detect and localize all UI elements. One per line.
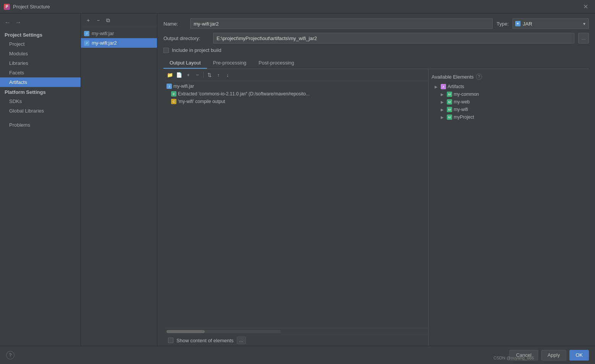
project-settings-header: Project Settings xyxy=(0,30,81,39)
sidebar-item-sdks[interactable]: SDKs xyxy=(0,97,81,106)
show-content-checkbox[interactable] xyxy=(168,338,173,343)
platform-settings-header: Platform Settings xyxy=(0,87,81,97)
artifact-list-toolbar: + − ⧉ xyxy=(81,14,157,27)
jar2-icon: J xyxy=(84,40,89,46)
type-select-arrow: ▼ xyxy=(582,22,586,26)
forward-button[interactable]: → xyxy=(14,18,23,27)
artifact-item-jar[interactable]: J my-wifi:jar xyxy=(81,29,157,38)
extract-icon: E xyxy=(171,91,176,97)
toolbar-sort-btn[interactable]: ⇅ xyxy=(205,71,213,79)
toolbar-add-btn[interactable]: + xyxy=(184,71,192,79)
type-select-text: JAR xyxy=(523,21,580,27)
artifact-list-panel: + − ⧉ J my-wifi:jar J my-wifi:jar2 xyxy=(81,14,157,346)
toolbar-folder-btn[interactable]: 📁 xyxy=(166,71,174,79)
sidebar: ← → Project Settings Project Modules Lib… xyxy=(0,14,81,346)
main-layout: ← → Project Settings Project Modules Lib… xyxy=(0,14,595,346)
footer-right: Cancel Apply OK xyxy=(509,350,589,361)
name-input[interactable] xyxy=(190,18,493,29)
horizontal-scrollbar[interactable] xyxy=(167,330,281,333)
tab-output-layout[interactable]: Output Layout xyxy=(163,58,207,69)
back-button[interactable]: ← xyxy=(3,18,12,27)
avail-item-my-wifi[interactable]: ▶ M my-wifi xyxy=(432,106,586,113)
scrollbar-thumb[interactable] xyxy=(167,330,205,333)
copy-artifact-button[interactable]: ⧉ xyxy=(104,16,112,24)
my-wifi-icon: M xyxy=(447,107,452,112)
myProject-icon: M xyxy=(447,114,452,120)
help-button[interactable]: ? xyxy=(6,351,15,359)
name-label: Name: xyxy=(163,21,186,27)
tab-post-processing[interactable]: Post-processing xyxy=(252,58,300,69)
tab-pre-processing[interactable]: Pre-processing xyxy=(207,58,252,69)
close-button[interactable]: ✕ xyxy=(580,2,591,12)
bottom-bar: Show content of elements ... xyxy=(163,335,428,346)
app-icon: P xyxy=(4,4,10,10)
left-panel: 📁 📄 + − ⇅ ↑ ↓ J my-wifi.jar xyxy=(163,69,428,346)
footer-left: ? xyxy=(6,351,15,359)
cancel-button[interactable]: Cancel xyxy=(509,350,538,361)
available-elements-header: Available Elements ? xyxy=(432,72,586,83)
left-toolbar: 📁 📄 + − ⇅ ↑ ↓ xyxy=(163,69,428,81)
sidebar-item-problems[interactable]: Problems xyxy=(0,120,81,130)
toolbar-up-btn[interactable]: ↑ xyxy=(214,71,223,79)
apply-button[interactable]: Apply xyxy=(541,350,567,361)
footer: ? Cancel Apply OK xyxy=(0,346,595,364)
show-content-label: Show content of elements xyxy=(176,338,234,343)
artifacts-chevron: ▶ xyxy=(435,85,439,89)
output-dir-row: Output directory: … xyxy=(163,33,589,43)
add-artifact-button[interactable]: + xyxy=(84,16,92,24)
window-title: Project Structure xyxy=(13,4,50,10)
toolbar-sep xyxy=(203,72,204,78)
show-content-settings-button[interactable]: ... xyxy=(237,337,246,344)
avail-item-my-common[interactable]: ▶ M my-common xyxy=(432,90,586,98)
sidebar-item-project[interactable]: Project xyxy=(0,39,81,49)
root-jar-icon: J xyxy=(167,84,172,89)
tree-item-extracted[interactable]: E Extracted 'commons-io-2.11.0.jar/' (D:… xyxy=(163,90,428,98)
sidebar-item-libraries[interactable]: Libraries xyxy=(0,58,81,68)
scrollbar-container xyxy=(163,328,428,335)
jar-icon: J xyxy=(84,31,89,36)
sidebar-item-artifacts[interactable]: Artifacts xyxy=(0,77,81,87)
avail-item-myProject[interactable]: ▶ M myProject xyxy=(432,113,586,121)
include-label: Include in project build xyxy=(172,47,221,53)
output-dir-input[interactable] xyxy=(213,33,574,43)
avail-item-artifacts[interactable]: ▶ A Artifacts xyxy=(432,83,586,90)
include-checkbox[interactable] xyxy=(163,48,169,53)
available-help-icon[interactable]: ? xyxy=(476,74,482,80)
right-panel: Available Elements ? ▶ A Artifacts ▶ M m… xyxy=(428,69,589,346)
sidebar-item-global-libraries[interactable]: Global Libraries xyxy=(0,106,81,116)
type-label: Type: xyxy=(496,21,509,27)
output-dir-browse-button[interactable]: … xyxy=(578,33,589,43)
toolbar-down-btn[interactable]: ↓ xyxy=(223,71,232,79)
include-row: Include in project build xyxy=(163,47,589,53)
tree-item-compile-output[interactable]: C 'my-wifi' compile output xyxy=(163,98,428,105)
toolbar-remove-btn[interactable]: − xyxy=(193,71,202,79)
ok-button[interactable]: OK xyxy=(569,350,589,361)
compile-output-icon: C xyxy=(171,99,176,104)
my-web-icon: M xyxy=(447,99,452,105)
sidebar-toolbar: ← → xyxy=(0,17,81,30)
artifact-item-jar2[interactable]: J my-wifi:jar2 xyxy=(81,38,157,48)
tree-item-root-jar[interactable]: J my-wifi.jar xyxy=(163,82,428,90)
my-common-chevron: ▶ xyxy=(441,92,445,97)
my-web-chevron: ▶ xyxy=(441,100,445,104)
sidebar-item-facets[interactable]: Facets xyxy=(0,68,81,77)
type-select[interactable]: ✦ JAR ▼ xyxy=(513,18,589,29)
sidebar-item-modules[interactable]: Modules xyxy=(0,49,81,58)
jar-type-icon: ✦ xyxy=(515,21,521,26)
tabs-row: Output Layout Pre-processing Post-proces… xyxy=(163,58,589,69)
avail-item-my-web[interactable]: ▶ M my-web xyxy=(432,98,586,106)
artifacts-icon: A xyxy=(441,84,446,89)
my-common-icon: M xyxy=(447,92,452,97)
remove-artifact-button[interactable]: − xyxy=(94,16,102,24)
output-dir-label: Output directory: xyxy=(163,35,209,41)
title-bar: P Project Structure ✕ xyxy=(0,0,595,14)
tree-area: J my-wifi.jar E Extracted 'commons-io-2.… xyxy=(163,81,428,328)
show-content-row: Show content of elements ... xyxy=(168,337,246,344)
my-wifi-chevron: ▶ xyxy=(441,108,445,112)
artifact-list: J my-wifi:jar J my-wifi:jar2 xyxy=(81,27,157,346)
name-row: Name: Type: ✦ JAR ▼ xyxy=(163,18,589,29)
myProject-chevron: ▶ xyxy=(441,115,445,119)
content-area: Name: Type: ✦ JAR ▼ Output directory: … … xyxy=(157,14,595,346)
toolbar-file-btn[interactable]: 📄 xyxy=(175,71,183,79)
layout-area: 📁 📄 + − ⇅ ↑ ↓ J my-wifi.jar xyxy=(163,69,589,346)
